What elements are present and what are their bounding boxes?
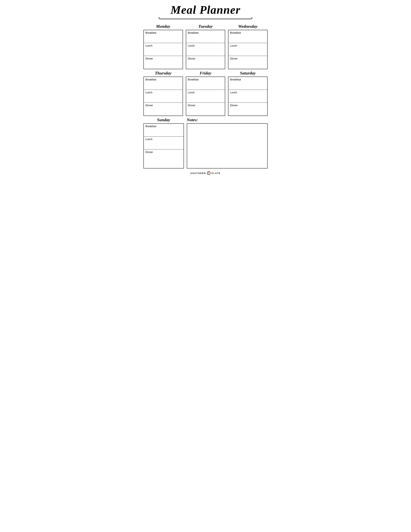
days-row-2: Thursday Breakfast Lunch Dinner Friday B… xyxy=(143,71,268,116)
thursday-block: Thursday Breakfast Lunch Dinner xyxy=(143,71,183,116)
wednesday-block: Wednesday Breakfast Lunch Dinner xyxy=(228,24,268,69)
tuesday-dinner-row: Dinner xyxy=(186,56,225,69)
sunday-breakfast-row: Breakfast xyxy=(144,124,184,137)
chicken-icon: 🐔 xyxy=(207,171,211,175)
friday-breakfast-row: Breakfast xyxy=(186,77,225,90)
saturday-breakfast-row: Breakfast xyxy=(228,77,267,90)
page-title: Meal Planner xyxy=(143,3,268,17)
notes-box xyxy=(187,123,268,169)
thursday-lunch-row: Lunch xyxy=(144,90,183,103)
sunday-meals-box: Breakfast Lunch Dinner xyxy=(143,123,184,169)
friday-lunch-label: Lunch xyxy=(188,91,195,94)
tuesday-meals-box: Breakfast Lunch Dinner xyxy=(186,30,225,69)
thursday-dinner-label: Dinner xyxy=(145,104,153,107)
footer: SOUTHERN 🐔 PLATE xyxy=(143,171,268,175)
friday-meals-box: Breakfast Lunch Dinner xyxy=(186,76,225,116)
saturday-meals-box: Breakfast Lunch Dinner xyxy=(228,76,268,116)
wednesday-meals-box: Breakfast Lunch Dinner xyxy=(228,30,268,69)
sunday-dinner-label: Dinner xyxy=(145,151,153,153)
monday-label: Monday xyxy=(143,24,183,29)
friday-dinner-label: Dinner xyxy=(188,104,195,107)
thursday-breakfast-row: Breakfast xyxy=(144,77,183,90)
monday-block: Monday Breakfast Lunch Dinner xyxy=(143,24,183,69)
monday-lunch-row: Lunch xyxy=(144,43,183,56)
notes-title: Notes: xyxy=(187,117,268,122)
thursday-meals-box: Breakfast Lunch Dinner xyxy=(143,76,183,116)
thursday-lunch-label: Lunch xyxy=(145,91,152,94)
wednesday-lunch-row: Lunch xyxy=(228,43,267,56)
saturday-dinner-row: Dinner xyxy=(228,103,267,116)
sunday-breakfast-label: Breakfast xyxy=(145,125,156,128)
friday-label: Friday xyxy=(186,71,225,76)
saturday-dinner-label: Dinner xyxy=(230,104,238,107)
saturday-lunch-row: Lunch xyxy=(228,90,267,103)
saturday-breakfast-label: Breakfast xyxy=(230,78,241,81)
monday-breakfast-row: Breakfast xyxy=(144,30,183,43)
sunday-dinner-row: Dinner xyxy=(144,150,184,162)
friday-block: Friday Breakfast Lunch Dinner xyxy=(186,71,225,116)
wednesday-dinner-row: Dinner xyxy=(228,56,267,69)
bottom-section: Sunday Breakfast Lunch Dinner Notes: xyxy=(143,117,268,169)
wednesday-lunch-label: Lunch xyxy=(230,44,237,47)
sunday-lunch-row: Lunch xyxy=(144,137,184,150)
monday-dinner-row: Dinner xyxy=(144,56,183,69)
tuesday-dinner-label: Dinner xyxy=(188,57,195,60)
monday-meals-box: Breakfast Lunch Dinner xyxy=(143,30,183,69)
saturday-label: Saturday xyxy=(228,71,268,76)
days-row-1: Monday Breakfast Lunch Dinner Tuesday Br… xyxy=(143,24,268,69)
tuesday-lunch-label: Lunch xyxy=(188,44,195,47)
title-underline xyxy=(159,17,252,19)
wednesday-breakfast-label: Breakfast xyxy=(230,31,241,34)
wednesday-breakfast-row: Breakfast xyxy=(228,30,267,43)
saturday-block: Saturday Breakfast Lunch Dinner xyxy=(228,71,268,116)
tuesday-lunch-row: Lunch xyxy=(186,43,225,56)
monday-breakfast-label: Breakfast xyxy=(145,31,156,34)
sunday-label: Sunday xyxy=(143,117,184,122)
sunday-lunch-label: Lunch xyxy=(145,138,152,141)
thursday-breakfast-label: Breakfast xyxy=(145,78,156,81)
saturday-lunch-label: Lunch xyxy=(230,91,237,94)
sunday-block: Sunday Breakfast Lunch Dinner xyxy=(143,117,184,169)
notes-block: Notes: xyxy=(187,117,268,169)
friday-breakfast-label: Breakfast xyxy=(188,78,199,81)
thursday-label: Thursday xyxy=(143,71,183,76)
wednesday-label: Wednesday xyxy=(228,24,268,29)
tuesday-breakfast-label: Breakfast xyxy=(188,31,199,34)
monday-dinner-label: Dinner xyxy=(145,57,153,60)
footer-suffix: PLATE xyxy=(211,172,221,174)
friday-lunch-row: Lunch xyxy=(186,90,225,103)
monday-lunch-label: Lunch xyxy=(145,44,152,47)
tuesday-label: Tuesday xyxy=(186,24,225,29)
tuesday-block: Tuesday Breakfast Lunch Dinner xyxy=(186,24,225,69)
tuesday-breakfast-row: Breakfast xyxy=(186,30,225,43)
wednesday-dinner-label: Dinner xyxy=(230,57,238,60)
thursday-dinner-row: Dinner xyxy=(144,103,183,116)
friday-dinner-row: Dinner xyxy=(186,103,225,116)
footer-brand: SOUTHERN xyxy=(190,172,206,174)
